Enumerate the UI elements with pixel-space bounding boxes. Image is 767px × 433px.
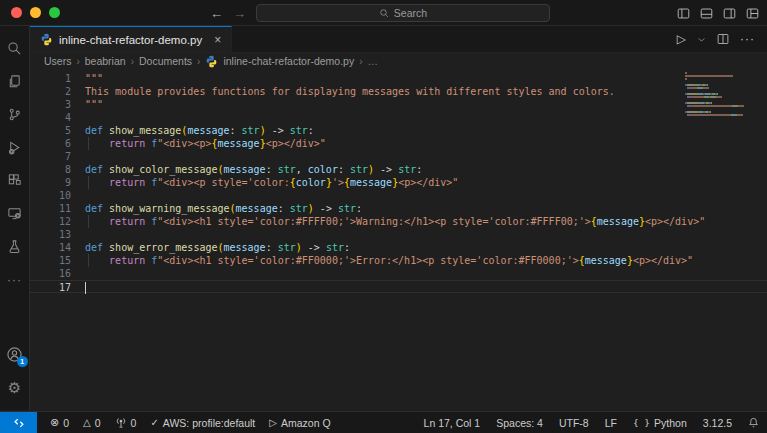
token-op: : — [266, 164, 278, 175]
status-ports[interactable]: 0 — [108, 412, 144, 433]
token-str: """ — [85, 99, 103, 110]
code-line-1[interactable]: 1""" — [30, 72, 767, 85]
status-bar: ⊗0△00✓AWS: profile:default▷Amazon Q Ln 1… — [0, 411, 767, 433]
token-str: This module provides functions for displ… — [85, 86, 615, 97]
zoom-button[interactable] — [49, 7, 60, 18]
toggle-primary-sidebar-icon[interactable] — [677, 7, 690, 20]
indent-guide — [88, 254, 89, 267]
code-line-2[interactable]: 2This module provides functions for disp… — [30, 85, 767, 98]
token-fn: show_error_message — [109, 242, 217, 253]
status-aws-profile[interactable]: ✓AWS: profile:default — [143, 412, 262, 433]
code-line-8[interactable]: 8def show_color_message(message: str, co… — [30, 163, 767, 176]
minimap-line — [685, 117, 757, 119]
breadcrumb-item[interactable]: Users — [44, 55, 71, 67]
breadcrumb-item[interactable]: Documents — [139, 55, 192, 67]
status-eol[interactable]: LF — [597, 412, 625, 433]
token-ctl: return — [109, 255, 151, 266]
code-line-13[interactable]: 13 — [30, 228, 767, 241]
breadcrumb-item[interactable]: … — [368, 55, 379, 67]
breadcrumb-item[interactable]: inline-chat-refactor-demo.py — [223, 55, 354, 67]
activity-item-more-views[interactable]: ··· — [0, 263, 30, 296]
code-line-7[interactable]: 7 — [30, 150, 767, 163]
remote-explorer-icon — [7, 206, 22, 221]
status-warnings[interactable]: △0 — [76, 412, 108, 433]
command-center-search[interactable]: Search — [256, 4, 550, 22]
status-cursor-position[interactable]: Ln 17, Col 1 — [416, 412, 489, 433]
status-amazon-q[interactable]: ▷Amazon Q — [262, 412, 337, 433]
python-icon — [205, 55, 218, 68]
status-language-mode[interactable]: { }Python — [625, 412, 695, 433]
token-ty: str — [398, 164, 416, 175]
minimap-line — [685, 84, 757, 86]
status-notifications[interactable] — [740, 412, 767, 433]
status-python-version[interactable]: 3.12.5 — [695, 412, 740, 433]
code-line-12[interactable]: 12 return f"<div><h1 style='color:#FFFF0… — [30, 215, 767, 228]
code-line-3[interactable]: 3""" — [30, 98, 767, 111]
activity-bar: ··· 1⚙ — [0, 26, 30, 410]
tab-bar: inline-chat-refactor-demo.py × ▷ ··· — [30, 26, 767, 53]
run-debug-icon — [7, 140, 22, 155]
run-python-file-icon[interactable]: ▷ — [677, 32, 686, 46]
editor[interactable]: 1"""2This module provides functions for … — [30, 69, 767, 410]
code-line-10[interactable]: 10 — [30, 189, 767, 202]
line-number: 9 — [30, 176, 85, 189]
status-remote-indicator[interactable] — [0, 412, 37, 433]
token-ty: str — [338, 203, 356, 214]
code-line-14[interactable]: 14def show_error_message(message: str) -… — [30, 241, 767, 254]
code-line-16[interactable]: 16 — [30, 267, 767, 280]
code-area: 1"""2This module provides functions for … — [30, 72, 767, 293]
layout-controls — [677, 0, 759, 26]
activity-item-remote-explorer[interactable] — [0, 197, 30, 230]
minimap[interactable] — [685, 72, 757, 123]
check-icon: ✓ — [150, 417, 158, 428]
files-icon — [7, 74, 22, 89]
status-encoding[interactable]: UTF-8 — [551, 412, 597, 433]
breadcrumb-item[interactable]: beabrian — [85, 55, 126, 67]
token-kw: def — [85, 203, 109, 214]
customize-layout-icon[interactable] — [746, 7, 759, 20]
minimap-line — [685, 93, 757, 95]
code-line-15[interactable]: 15 return f"<div><h1 style='color:#FF000… — [30, 254, 767, 267]
token-op: : — [308, 125, 314, 136]
code-line-4[interactable]: 4 — [30, 111, 767, 124]
close-button[interactable] — [11, 7, 22, 18]
vscode-window: ← → Search ··· 1⚙ inline-chat-refactor-d… — [0, 0, 767, 433]
line-content: """ — [85, 98, 767, 111]
code-line-5[interactable]: 5def show_message(message: str) -> str: — [30, 124, 767, 137]
token-str: <p></div>" — [633, 255, 693, 266]
title-bar: ← → Search — [0, 0, 767, 26]
split-editor-icon[interactable] — [717, 33, 729, 45]
toggle-panel-icon[interactable] — [700, 7, 713, 20]
activity-item-extensions[interactable] — [0, 164, 30, 197]
activity-item-accounts[interactable]: 1 — [0, 338, 30, 371]
go-back-icon[interactable]: ← — [210, 6, 223, 21]
activity-item-source-control[interactable] — [0, 98, 30, 131]
status-label: Ln 17, Col 1 — [424, 417, 481, 429]
close-tab-icon[interactable]: × — [214, 33, 221, 47]
breadcrumb: Users›beabrian›Documents›inline-chat-ref… — [30, 53, 767, 69]
activity-item-explorer[interactable] — [0, 65, 30, 98]
activity-item-testing[interactable] — [0, 230, 30, 263]
activity-item-settings[interactable]: ⚙ — [0, 371, 30, 404]
code-line-6[interactable]: 6 return f"<div><p>{message}<p></div>" — [30, 137, 767, 150]
editor-actions: ▷ ··· — [677, 26, 767, 52]
more-actions-icon[interactable]: ··· — [740, 32, 755, 46]
tab-inline-chat-refactor-demo[interactable]: inline-chat-refactor-demo.py × — [30, 26, 232, 52]
token-op: : — [344, 242, 350, 253]
status-label: 0 — [95, 417, 101, 429]
token-pm: message — [585, 255, 627, 266]
flask-icon — [7, 239, 22, 254]
status-errors[interactable]: ⊗0 — [43, 412, 76, 433]
code-line-11[interactable]: 11def show_warning_message(message: str)… — [30, 202, 767, 215]
activity-item-run-and-debug[interactable] — [0, 131, 30, 164]
run-dropdown-icon[interactable] — [697, 35, 706, 44]
activity-item-search[interactable] — [0, 32, 30, 65]
token-pm: message — [224, 242, 266, 253]
status-indentation[interactable]: Spaces: 4 — [488, 412, 551, 433]
traffic-lights — [0, 7, 70, 18]
code-line-9[interactable]: 9 return f"<div><p style='color:{color}'… — [30, 176, 767, 189]
toggle-secondary-sidebar-icon[interactable] — [723, 7, 736, 20]
code-line-17[interactable]: 17 — [30, 280, 767, 293]
go-forward-icon[interactable]: → — [233, 6, 246, 21]
minimize-button[interactable] — [30, 7, 41, 18]
